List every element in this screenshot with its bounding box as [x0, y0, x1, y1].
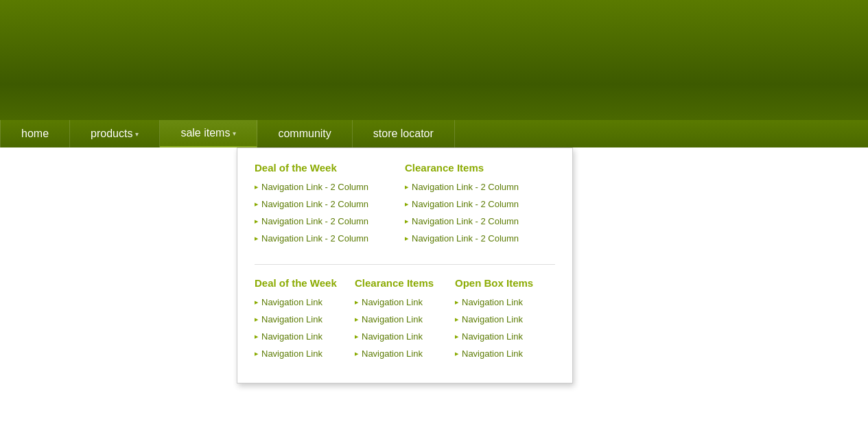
- deal2-link-1[interactable]: Navigation Link: [255, 297, 355, 307]
- col-clearance-heading: Clearance Items: [405, 162, 555, 174]
- nav-home[interactable]: home: [0, 120, 70, 147]
- clearance2-link-1[interactable]: Navigation Link: [355, 297, 455, 307]
- deal2-link-2[interactable]: Navigation Link: [255, 314, 355, 324]
- nav-community[interactable]: community: [257, 120, 352, 147]
- col-deal-heading: Deal of the Week: [255, 162, 405, 174]
- nav-store-locator[interactable]: store locator: [353, 120, 455, 147]
- dropdown-col-deal: Deal of the Week Navigation Link - 2 Col…: [255, 162, 405, 250]
- dropdown-menu: Deal of the Week Navigation Link - 2 Col…: [237, 147, 573, 383]
- clearance-link-4[interactable]: Navigation Link - 2 Column: [405, 233, 555, 244]
- dropdown-two-col-section: Deal of the Week Navigation Link - 2 Col…: [255, 162, 555, 250]
- openbox-link-4[interactable]: Navigation Link: [455, 348, 555, 359]
- clearance2-link-3[interactable]: Navigation Link: [355, 331, 455, 342]
- nav-sale-items[interactable]: sale items ▾: [160, 120, 257, 147]
- dropdown-col-deal2: Deal of the Week Navigation Link Navigat…: [255, 277, 355, 366]
- deal2-link-4[interactable]: Navigation Link: [255, 348, 355, 359]
- clearance-link-1[interactable]: Navigation Link - 2 Column: [405, 182, 555, 192]
- openbox-link-3[interactable]: Navigation Link: [455, 331, 555, 342]
- dropdown-col-clearance2: Clearance Items Navigation Link Navigati…: [355, 277, 455, 366]
- nav-community-label: community: [278, 128, 331, 140]
- nav-sale-label: sale items: [180, 127, 230, 139]
- clearance2-link-2[interactable]: Navigation Link: [355, 314, 455, 324]
- nav-sale-arrow: ▾: [233, 130, 236, 137]
- col-clearance2-heading: Clearance Items: [355, 277, 455, 289]
- deal-link-2[interactable]: Navigation Link - 2 Column: [255, 199, 405, 209]
- deal-link-1[interactable]: Navigation Link - 2 Column: [255, 182, 405, 192]
- col-openbox-heading: Open Box Items: [455, 277, 555, 289]
- col-deal2-heading: Deal of the Week: [255, 277, 355, 289]
- clearance-link-2[interactable]: Navigation Link - 2 Column: [405, 199, 555, 209]
- nav-store-label: store locator: [373, 128, 434, 140]
- openbox-link-1[interactable]: Navigation Link: [455, 297, 555, 307]
- nav-products-label: products: [91, 128, 132, 140]
- clearance-link-3[interactable]: Navigation Link - 2 Column: [405, 216, 555, 226]
- clearance2-link-4[interactable]: Navigation Link: [355, 348, 455, 359]
- dropdown-divider: [255, 264, 555, 265]
- nav-products[interactable]: products ▾: [70, 120, 160, 147]
- dropdown-col-clearance: Clearance Items Navigation Link - 2 Colu…: [405, 162, 555, 250]
- openbox-link-2[interactable]: Navigation Link: [455, 314, 555, 324]
- dropdown-three-col-section: Deal of the Week Navigation Link Navigat…: [255, 277, 555, 366]
- dropdown-col-openbox: Open Box Items Navigation Link Navigatio…: [455, 277, 555, 366]
- deal-link-4[interactable]: Navigation Link - 2 Column: [255, 233, 405, 244]
- navbar: home products ▾ sale items ▾ community s…: [0, 120, 868, 147]
- nav-home-label: home: [21, 128, 49, 140]
- deal2-link-3[interactable]: Navigation Link: [255, 331, 355, 342]
- nav-products-arrow: ▾: [135, 130, 139, 138]
- header-banner: [0, 0, 868, 120]
- deal-link-3[interactable]: Navigation Link - 2 Column: [255, 216, 405, 226]
